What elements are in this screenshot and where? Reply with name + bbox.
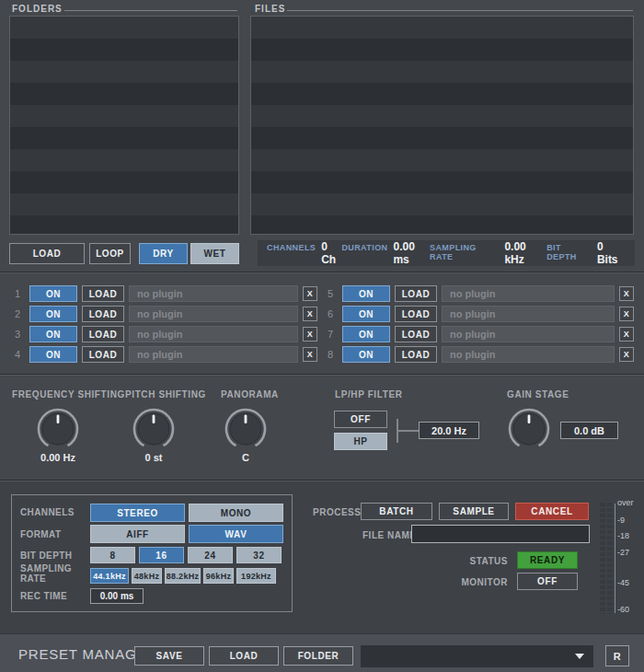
- slot-remove-button[interactable]: X: [619, 307, 634, 321]
- slot-on-button[interactable]: ON: [342, 306, 390, 322]
- loop-button[interactable]: LOOP: [89, 243, 131, 264]
- gain-value-field[interactable]: 0.0 dB: [560, 422, 618, 439]
- channels-stereo-button[interactable]: STEREO: [90, 504, 185, 522]
- frequency-shifting-label: FREQUENCY SHIFTING: [12, 389, 125, 400]
- slot-load-button[interactable]: LOAD: [395, 346, 437, 363]
- files-list[interactable]: [250, 16, 634, 235]
- bit-depth-8-button[interactable]: 8: [90, 547, 135, 563]
- slot-load-button[interactable]: LOAD: [82, 306, 124, 322]
- slot-on-button[interactable]: ON: [29, 346, 77, 363]
- frequency-shifting-knob[interactable]: [36, 407, 80, 451]
- bit-depth-24-button[interactable]: 24: [188, 547, 233, 563]
- process-batch-button[interactable]: BATCH: [361, 503, 432, 520]
- format-aiff-button[interactable]: AIFF: [90, 525, 185, 543]
- sampling-rate-96-button[interactable]: 96kHz: [203, 568, 234, 584]
- slot-plugin-name[interactable]: no plugin: [442, 306, 615, 322]
- slot-load-button[interactable]: LOAD: [82, 285, 124, 302]
- slot-on-button[interactable]: ON: [342, 346, 390, 363]
- slot-load-button[interactable]: LOAD: [82, 326, 124, 342]
- sampling-rate-label: SAMPLING RATE: [20, 563, 81, 584]
- slot-number: 8: [324, 349, 337, 360]
- channels-info: CHANNELS 0 Ch: [267, 240, 341, 266]
- slot-load-button[interactable]: LOAD: [395, 306, 437, 322]
- preset-reset-button[interactable]: R: [605, 645, 629, 666]
- status-label: STATUS: [432, 556, 508, 566]
- sampling-rate-48-button[interactable]: 48kHz: [132, 568, 162, 584]
- meter-label-18: -18: [617, 531, 639, 540]
- slot-remove-button[interactable]: X: [303, 286, 317, 301]
- format-wav-button[interactable]: WAV: [189, 525, 283, 543]
- gain-stage-knob[interactable]: [507, 407, 551, 451]
- wet-toggle-button[interactable]: WET: [190, 243, 239, 264]
- folders-heading-rule: [64, 10, 237, 11]
- sampling-rate-44-button[interactable]: 44.1kHz: [90, 568, 129, 584]
- slot-remove-button[interactable]: X: [619, 347, 634, 362]
- sampling-rate-192-button[interactable]: 192kHz: [236, 568, 276, 584]
- slot-on-button[interactable]: ON: [29, 306, 77, 322]
- meter-label-45: -45: [617, 578, 639, 587]
- file-name-input[interactable]: [411, 525, 590, 543]
- slot-on-button[interactable]: ON: [29, 285, 77, 302]
- slot-on-button[interactable]: ON: [342, 285, 390, 302]
- channels-info-label: CHANNELS: [267, 243, 316, 252]
- slot-number: 4: [11, 349, 24, 360]
- slot-plugin-name[interactable]: no plugin: [442, 285, 615, 302]
- slot-number: 5: [324, 288, 337, 299]
- slot-load-button[interactable]: LOAD: [82, 346, 124, 363]
- slot-plugin-name[interactable]: no plugin: [442, 326, 615, 342]
- slot-on-button[interactable]: ON: [29, 326, 77, 342]
- sampling-rate-88-button[interactable]: 88.2kHz: [165, 568, 201, 584]
- slot-remove-button[interactable]: X: [303, 307, 317, 321]
- pitch-shifting-value: 0 st: [117, 452, 190, 463]
- filter-off-button[interactable]: OFF: [334, 411, 387, 428]
- bit-depth-info-label: BIT DEPTH: [546, 243, 592, 261]
- channels-label: CHANNELS: [20, 507, 75, 517]
- preset-save-button[interactable]: SAVE: [134, 646, 204, 666]
- rec-time-field[interactable]: 0.00 ms: [90, 588, 144, 604]
- files-heading-rule: [287, 10, 633, 11]
- meter-label-60: -60: [617, 605, 639, 614]
- folders-heading: FOLDERS: [12, 4, 63, 14]
- sampling-rate-info-label: SAMPLING RATE: [430, 243, 499, 261]
- slot-remove-button[interactable]: X: [619, 327, 634, 342]
- slot-plugin-name[interactable]: no plugin: [129, 326, 298, 342]
- bit-depth-32-button[interactable]: 32: [236, 547, 282, 563]
- slot-remove-button[interactable]: X: [303, 347, 317, 362]
- plugin-slot-row-5: 5 ON LOAD no plugin X: [324, 285, 634, 302]
- preset-folder-button[interactable]: FOLDER: [283, 646, 353, 666]
- filter-frequency-field[interactable]: 20.0 Hz: [419, 422, 479, 439]
- slot-plugin-name[interactable]: no plugin: [129, 306, 298, 322]
- monitor-label: MONITOR: [432, 577, 508, 587]
- slot-load-button[interactable]: LOAD: [395, 326, 437, 342]
- slot-number: 3: [11, 329, 24, 340]
- slot-remove-button[interactable]: X: [619, 286, 634, 301]
- slot-load-button[interactable]: LOAD: [395, 285, 437, 302]
- plugin-slot-row-7: 7 ON LOAD no plugin X: [324, 326, 634, 342]
- folders-list[interactable]: [9, 16, 239, 235]
- slot-plugin-name[interactable]: no plugin: [442, 346, 615, 363]
- filter-hp-button[interactable]: HP: [334, 433, 387, 450]
- panorama-label: PANORAMA: [221, 389, 279, 400]
- process-cancel-button[interactable]: CANCEL: [515, 503, 589, 520]
- slot-number: 2: [11, 308, 24, 319]
- slot-remove-button[interactable]: X: [303, 327, 317, 342]
- slot-plugin-name[interactable]: no plugin: [129, 346, 298, 363]
- process-sample-button[interactable]: SAMPLE: [439, 503, 509, 520]
- plugin-slot-row-3: 3 ON LOAD no plugin X: [11, 326, 317, 342]
- preset-manager-bar: PRESET MANAGER SAVE LOAD FOLDER R: [0, 633, 644, 672]
- files-heading: FILES: [255, 4, 285, 14]
- bit-depth-16-button[interactable]: 16: [139, 547, 184, 563]
- monitor-off-button[interactable]: OFF: [517, 573, 578, 590]
- plugin-slot-row-4: 4 ON LOAD no plugin X: [11, 346, 317, 363]
- load-sample-button[interactable]: LOAD: [9, 243, 85, 264]
- panorama-knob[interactable]: [224, 407, 268, 451]
- slot-plugin-name[interactable]: no plugin: [129, 285, 298, 302]
- slot-on-button[interactable]: ON: [342, 326, 390, 342]
- dry-toggle-button[interactable]: DRY: [139, 243, 188, 264]
- preset-select-dropdown[interactable]: [361, 645, 593, 667]
- channels-mono-button[interactable]: MONO: [189, 504, 283, 522]
- preset-load-button[interactable]: LOAD: [209, 646, 279, 666]
- file-name-label: FILE NAME: [362, 530, 416, 540]
- pitch-shifting-knob[interactable]: [132, 407, 176, 451]
- panorama-value: C: [209, 452, 282, 463]
